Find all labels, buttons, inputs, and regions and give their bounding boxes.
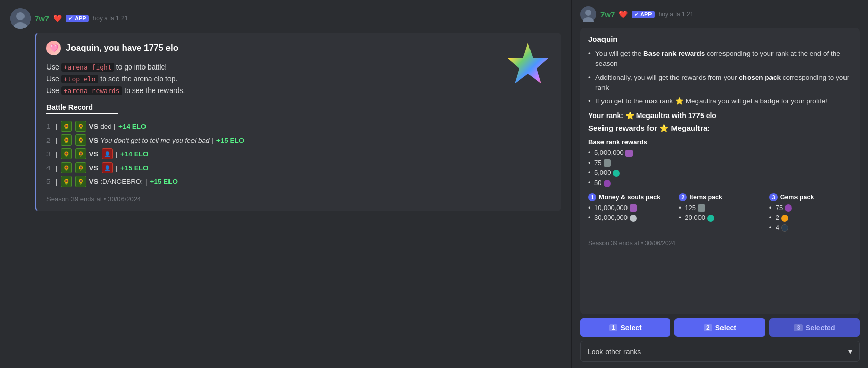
- divider: [46, 113, 118, 114]
- currency-icon-gray: [604, 159, 611, 167]
- list-item: 50: [588, 179, 852, 187]
- base-rewards-list: 5,000,000 75 5,000 50: [588, 149, 852, 187]
- currency-icon: [630, 215, 637, 222]
- btn-number-2: 2: [704, 324, 712, 331]
- app-badge-right: ✓ APP: [632, 11, 654, 18]
- avatar-left: [10, 8, 31, 29]
- message-title-left: 🩷 Joaquin, you have 1775 elo: [46, 41, 551, 55]
- battle-sprite-3b: 🌻: [75, 148, 86, 159]
- pack-1-list: 10,000,000 30,000,000: [588, 204, 670, 222]
- message-header-right: 7w7 ❤️ ✓ APP hoy a la 1:21: [580, 6, 860, 22]
- svg-point-1: [16, 12, 25, 20]
- look-other-ranks-button[interactable]: Look other ranks ▾: [580, 341, 860, 362]
- pack-3-title: 3 Gems pack: [769, 193, 852, 201]
- currency-icon-violet: [604, 180, 611, 187]
- timestamp-right: hoy a la 1:21: [659, 11, 694, 18]
- select-button-2[interactable]: 2 Select: [674, 318, 765, 337]
- pack-1: 1 Money & souls pack 10,000,000 30,000,0…: [588, 193, 670, 234]
- left-panel: 7w7 ❤️ ✓ APP hoy a la 1:21: [0, 0, 572, 368]
- season-text-right: Season 39 ends at • 30/06/2024: [588, 240, 852, 247]
- heart-right: ❤️: [619, 10, 628, 18]
- currency-icon: [781, 215, 788, 222]
- svg-marker-3: [508, 43, 548, 84]
- list-item: 20,000: [679, 214, 761, 222]
- app-badge-left: ✓ APP: [66, 15, 88, 22]
- right-message-content: Joaquin You will get the Base rank rewar…: [580, 28, 860, 314]
- pack-3-number: 3: [769, 193, 778, 201]
- code-top: +top elo: [61, 75, 99, 83]
- battle-sprite-5b: 🌻: [75, 176, 86, 187]
- list-item: 125: [679, 204, 761, 212]
- select-button-1[interactable]: 1 Select: [580, 318, 670, 337]
- battle-sprite-3a: 🌻: [61, 148, 72, 159]
- battle-sprite-3c: 👤: [102, 148, 113, 159]
- list-item: 5,000: [588, 169, 852, 177]
- battle-sprite-1b: 🌻: [75, 121, 86, 132]
- table-row: 2 | 🌻 🌻 VS You don't get to tell me you …: [46, 134, 551, 146]
- currency-icon: [781, 224, 788, 232]
- pack-2: 2 Items pack 125 20,000: [679, 193, 761, 234]
- username-right: 7w7: [600, 10, 615, 19]
- list-item: 30,000,000: [588, 214, 670, 222]
- battle-sprite-5a: 🌻: [61, 176, 72, 187]
- battle-sprite-1a: 🌻: [61, 121, 72, 132]
- list-item: Additionally, you will get the rewards f…: [588, 73, 852, 94]
- pack-3: 3 Gems pack 75 2 4: [769, 193, 852, 234]
- avatar-right: [580, 6, 596, 22]
- list-item: 75: [769, 204, 852, 212]
- btn-label-3: Selected: [806, 324, 835, 332]
- svg-point-5: [585, 10, 591, 16]
- table-row: 1 | 🌻 🌻 VS ded | +14 ELO: [46, 121, 551, 132]
- packs-row: 1 Money & souls pack 10,000,000 30,000,0…: [588, 193, 852, 234]
- pack-1-title: 1 Money & souls pack: [588, 193, 670, 201]
- pack-buttons-row: 1 Select 2 Select 3 Selected: [580, 318, 860, 337]
- list-item: You will get the Base rank rewards corre…: [588, 49, 852, 70]
- battle-sprite-4c: 👤: [102, 162, 113, 173]
- currency-icon: [630, 204, 637, 212]
- battle-sprite-4a: 🌻: [61, 162, 72, 173]
- currency-icon-purple: [625, 150, 633, 157]
- rewards-title: Seeing rewards for ⭐ Megaultra:: [588, 124, 852, 133]
- right-panel: 7w7 ❤️ ✓ APP hoy a la 1:21 Joaquin You w…: [572, 0, 868, 368]
- btn-label-2: Select: [715, 324, 736, 332]
- message-body-left: Use +arena fight to go into battle! Use …: [46, 61, 551, 96]
- selected-button-3[interactable]: 3 Selected: [769, 318, 860, 337]
- message-box-left: 🩷 Joaquin, you have 1775 elo Use +arena …: [35, 33, 561, 211]
- currency-icon-teal: [613, 170, 620, 177]
- btn-number-3: 3: [794, 324, 803, 331]
- battle-sprite-2a: 🌻: [61, 134, 72, 146]
- pack-3-list: 75 2 4: [769, 204, 852, 232]
- list-item: 2: [769, 214, 852, 222]
- info-bullets: You will get the Base rank rewards corre…: [588, 49, 852, 106]
- list-item: 75: [588, 159, 852, 167]
- battle-record-title: Battle Record: [46, 103, 551, 111]
- battle-sprite-2b: 🌻: [75, 134, 86, 146]
- battle-record: 1 | 🌻 🌻 VS ded | +14 ELO 2 | 🌻 🌻 VS You …: [46, 121, 551, 187]
- season-text-left: Season 39 ends at • 30/06/2024: [46, 195, 551, 203]
- currency-icon: [698, 204, 705, 212]
- heart-left: ❤️: [53, 14, 62, 22]
- pack-1-number: 1: [588, 193, 596, 201]
- timestamp-left: hoy a la 1:21: [93, 15, 128, 22]
- btn-label-1: Select: [620, 324, 641, 332]
- rainbow-star: [505, 40, 551, 86]
- look-other-ranks-label: Look other ranks: [588, 348, 641, 356]
- recipient-name: Joaquin: [588, 35, 852, 43]
- code-fight: +arena fight: [61, 63, 114, 72]
- currency-icon: [785, 204, 792, 212]
- list-item: 4: [769, 224, 852, 232]
- currency-icon: [707, 215, 714, 222]
- username-left: 7w7: [35, 14, 49, 23]
- table-row: 4 | 🌻 🌻 VS 👤 | +15 ELO: [46, 162, 551, 173]
- pack-2-title: 2 Items pack: [679, 193, 761, 201]
- list-item: If you get to the max rank ⭐ Megaultra y…: [588, 96, 852, 106]
- list-item: 5,000,000: [588, 149, 852, 157]
- table-row: 5 | 🌻 🌻 VS :DANCEBRO: | +15 ELO: [46, 176, 551, 187]
- list-item: 10,000,000: [588, 204, 670, 212]
- btn-number-1: 1: [609, 324, 618, 331]
- table-row: 3 | 🌻 🌻 VS 👤 | +14 ELO: [46, 148, 551, 159]
- code-rewards: +arena rewards: [61, 86, 123, 95]
- user-icon-small: 🩷: [46, 41, 61, 55]
- battle-sprite-4b: 🌻: [75, 162, 86, 173]
- message-header-left: 7w7 ❤️ ✓ APP hoy a la 1:21: [10, 8, 561, 29]
